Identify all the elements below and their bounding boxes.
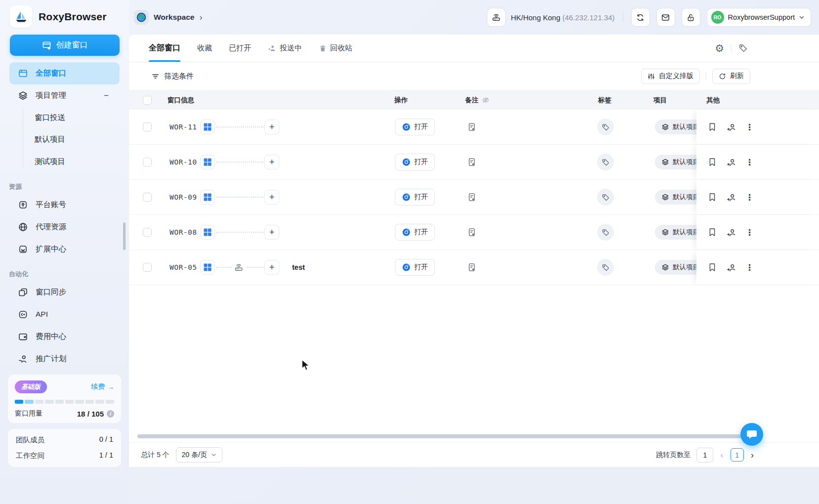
support-chat-button[interactable] — [740, 423, 763, 446]
messages-button[interactable] — [656, 8, 675, 27]
open-window-button[interactable]: 打开 — [395, 189, 435, 206]
more-menu-icon[interactable]: ⋮ — [745, 123, 754, 131]
add-note-button[interactable] — [467, 228, 476, 237]
open-window-button[interactable]: 打开 — [395, 259, 435, 276]
add-proxy-button[interactable]: + — [264, 190, 279, 205]
add-note-button[interactable] — [467, 123, 476, 132]
add-proxy-button[interactable]: + — [264, 120, 279, 134]
more-menu-icon[interactable]: ⋮ — [745, 263, 754, 272]
row-checkbox[interactable] — [143, 123, 152, 131]
add-tag-button[interactable] — [597, 224, 614, 241]
windows-os-button[interactable] — [200, 120, 215, 134]
account-menu[interactable]: RO RoxybrowserSupport — [707, 8, 811, 27]
renew-link[interactable]: 续费 → — [91, 382, 114, 391]
windows-os-button[interactable] — [200, 260, 215, 275]
add-proxy-button[interactable]: + — [264, 260, 279, 275]
tag-manager-icon[interactable] — [738, 43, 748, 53]
project-pill-label: 默认项目 — [673, 193, 699, 202]
arrow-right-icon: → — [107, 383, 114, 391]
collapse-minus-icon[interactable]: − — [104, 91, 109, 101]
sidebar-item-all-windows[interactable]: 全部窗口 — [9, 62, 120, 84]
lock-button[interactable] — [682, 8, 700, 27]
bookmark-icon[interactable] — [707, 262, 717, 272]
open-window-button[interactable]: 打开 — [395, 154, 435, 170]
note-add-icon — [467, 158, 476, 167]
info-icon[interactable]: i — [107, 410, 114, 418]
sidebar-subitem-window-push[interactable]: 窗口投送 — [0, 107, 129, 129]
push-user-icon[interactable] — [726, 157, 736, 168]
row-checkbox[interactable] — [143, 228, 152, 237]
sidebar-scrollbar[interactable] — [123, 222, 126, 250]
prev-page-icon[interactable]: ‹ — [719, 450, 724, 460]
bookmark-icon[interactable] — [707, 122, 717, 132]
add-note-button[interactable] — [467, 193, 476, 202]
tab-all-windows[interactable]: 全部窗口 — [149, 35, 180, 62]
add-tag-button[interactable] — [597, 154, 614, 170]
row-checkbox[interactable] — [143, 158, 152, 167]
sidebar-item-billing-center[interactable]: 费用中心 — [9, 326, 120, 348]
sync-refresh-button[interactable] — [631, 8, 650, 27]
windows-os-button[interactable] — [200, 155, 215, 169]
tab-recycle-bin[interactable]: 回收站 — [319, 35, 352, 62]
open-window-button[interactable]: 打开 — [395, 119, 435, 135]
row-checkbox[interactable] — [143, 193, 152, 202]
add-proxy-button[interactable]: + — [264, 225, 279, 240]
add-note-button[interactable] — [467, 158, 476, 167]
sidebar-item-project-management[interactable]: 项目管理 − — [9, 84, 120, 107]
col-notes-label: 备注 — [465, 96, 478, 105]
add-tag-button[interactable] — [597, 259, 614, 276]
col-other: 其他 — [706, 90, 720, 110]
add-note-button[interactable] — [467, 263, 476, 272]
proxy-status[interactable]: HK/Hong Kong (46.232.121.34) — [487, 8, 614, 27]
push-user-icon[interactable] — [726, 227, 736, 238]
workspace-selector[interactable]: Workspace › — [134, 10, 202, 25]
tab-favorites[interactable]: 收藏 — [197, 35, 212, 62]
more-menu-icon[interactable]: ⋮ — [745, 228, 754, 237]
push-user-icon[interactable] — [726, 122, 736, 132]
bookmark-icon[interactable] — [707, 157, 717, 167]
next-page-icon[interactable]: › — [750, 450, 755, 460]
sidebar-item-extension-center[interactable]: 扩展中心 — [9, 238, 120, 260]
more-menu-icon[interactable]: ⋮ — [745, 158, 754, 167]
more-menu-icon[interactable]: ⋮ — [745, 193, 754, 202]
add-tag-button[interactable] — [597, 119, 614, 135]
sidebar-item-proxy-resources[interactable]: 代理资源 — [9, 216, 120, 238]
open-window-button[interactable]: 打开 — [395, 224, 435, 241]
sidebar-item-window-sync[interactable]: 窗口同步 — [9, 281, 120, 303]
sidebar-item-platform-accounts[interactable]: 平台账号 — [9, 194, 120, 216]
refresh-button[interactable]: 刷新 — [712, 69, 750, 84]
tab-pushing[interactable]: 投送中 — [268, 35, 302, 62]
windows-os-button[interactable] — [200, 190, 215, 205]
table-footer: 总计 5 个 20 条/页 跳转页数至 ‹ 1 › — [129, 442, 819, 467]
trash-icon — [319, 44, 327, 52]
add-proxy-button[interactable]: + — [264, 155, 279, 169]
chevron-down-icon — [799, 14, 805, 20]
push-user-icon[interactable] — [726, 262, 736, 273]
row-checkbox[interactable] — [143, 263, 152, 272]
refresh-label: 刷新 — [730, 72, 744, 81]
eye-off-icon[interactable] — [481, 96, 490, 104]
filter-conditions-toggle[interactable]: 筛选条件 — [151, 72, 194, 81]
tab-opened[interactable]: 已打开 — [229, 35, 251, 62]
horizontal-scrollbar[interactable] — [137, 434, 747, 438]
sidebar-subitem-default-project[interactable]: 默认项目 — [0, 129, 129, 151]
bookmark-icon[interactable] — [707, 227, 717, 237]
sidebar-item-label: 扩展中心 — [36, 244, 66, 254]
push-user-icon[interactable] — [726, 192, 736, 203]
sidebar-subitem-test-project[interactable]: 测试项目 — [0, 151, 129, 173]
page-1-button[interactable]: 1 — [731, 448, 744, 462]
sidebar-item-referral-program[interactable]: 推广计划 — [9, 348, 120, 370]
custom-layout-button[interactable]: 自定义排版 — [641, 69, 700, 84]
workspace-count-value: 1 / 1 — [99, 451, 113, 461]
jump-to-page-input[interactable] — [696, 448, 713, 462]
windows-os-button[interactable] — [200, 225, 215, 240]
filter-bar: 筛选条件 自定义排版 刷新 — [129, 62, 819, 90]
select-all-checkbox[interactable] — [143, 90, 152, 110]
sidebar-item-api[interactable]: API — [9, 303, 120, 326]
bookmark-icon[interactable] — [707, 192, 717, 202]
create-window-button[interactable]: 创建窗口 — [10, 35, 120, 56]
page-size-select[interactable]: 20 条/页 — [176, 447, 222, 462]
sidebar-item-label: 费用中心 — [36, 332, 66, 342]
settings-gear-icon[interactable]: ⚙ — [715, 43, 724, 53]
add-tag-button[interactable] — [597, 189, 614, 206]
